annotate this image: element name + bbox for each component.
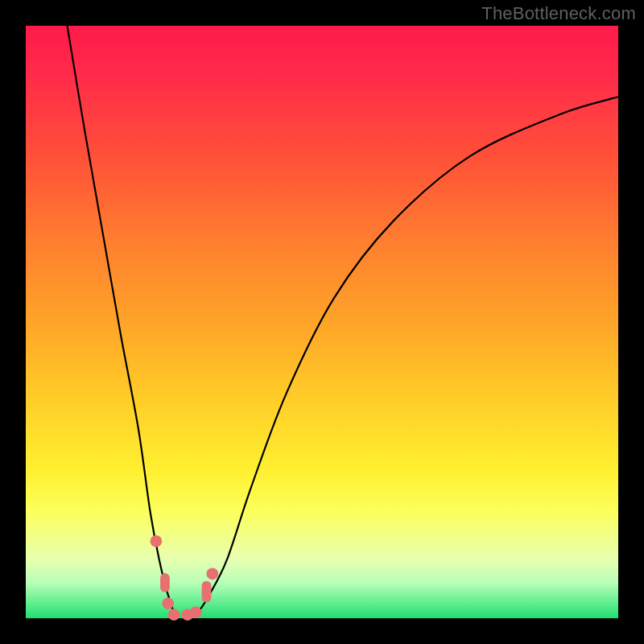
- marker-pill: [160, 573, 170, 592]
- plot-area: [26, 26, 618, 618]
- marker-dot: [206, 568, 218, 580]
- curve-svg: [26, 26, 618, 618]
- watermark-text: TheBottleneck.com: [481, 3, 636, 24]
- marker-dot: [168, 609, 180, 621]
- bottleneck-curve: [68, 26, 618, 620]
- marker-dot: [151, 535, 163, 547]
- marker-pill: [202, 581, 212, 602]
- marker-dot: [162, 597, 174, 609]
- marker-dot: [190, 606, 202, 618]
- markers: [151, 535, 219, 621]
